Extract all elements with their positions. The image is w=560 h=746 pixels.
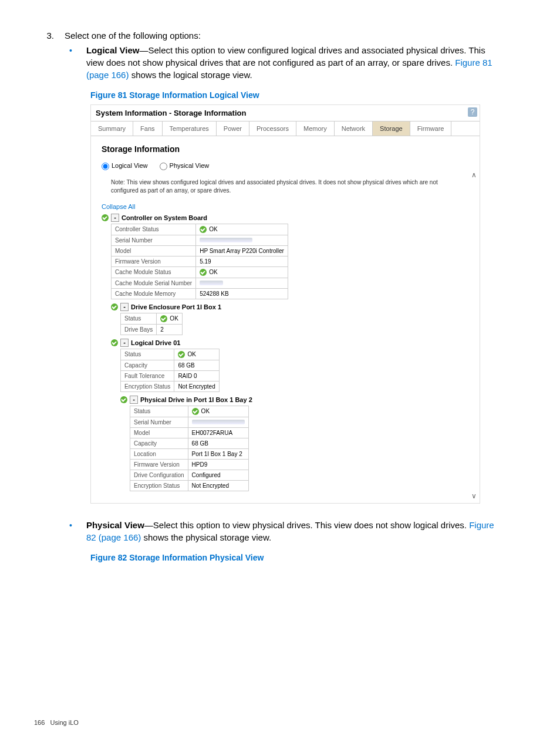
table-row: Encryption StatusNot Encrypted <box>130 480 249 491</box>
table-row: Drive Bays2 <box>121 324 183 335</box>
table-row: Serial Number <box>112 235 288 245</box>
collapse-toggle-icon[interactable]: - <box>111 214 119 222</box>
logical-drive-table: StatusOKCapacity68 GBFault ToleranceRAID… <box>120 349 220 392</box>
tab-firmware[interactable]: Firmware <box>410 121 452 136</box>
tab-memory[interactable]: Memory <box>296 121 335 136</box>
table-row: Firmware VersionHPD9 <box>130 459 249 470</box>
controller-header[interactable]: - Controller on System Board <box>102 214 469 222</box>
table-row: Cache Module Serial Number <box>112 278 288 288</box>
table-row: Serial Number <box>130 417 249 427</box>
table-row: Cache Module Memory524288 KB <box>112 288 288 299</box>
table-row: Encryption StatusNot Encrypted <box>121 381 220 391</box>
table-row: StatusOK <box>121 349 220 360</box>
collapse-toggle-icon[interactable]: - <box>120 339 129 347</box>
table-row: Fault ToleranceRAID 0 <box>121 370 220 381</box>
bullet-dot: • <box>69 44 72 81</box>
collapse-toggle-icon[interactable]: - <box>120 303 129 311</box>
table-row: Drive ConfigurationConfigured <box>130 470 249 480</box>
ok-icon <box>111 303 118 310</box>
table-row: LocationPort 1I Box 1 Bay 2 <box>130 448 249 459</box>
controller-table: Controller StatusOKSerial NumberModelHP … <box>111 224 288 299</box>
tab-fans[interactable]: Fans <box>133 121 162 136</box>
table-row: StatusOK <box>121 313 183 324</box>
table-row: ModelEH0072FARUA <box>130 427 249 438</box>
tab-summary[interactable]: Summary <box>91 121 133 136</box>
enclosure-table: StatusOKDrive Bays2 <box>120 313 183 335</box>
figure-caption: Figure 81 Storage Information Logical Vi… <box>90 90 526 100</box>
ok-icon <box>120 396 127 403</box>
page-footer: 166 Using iLO <box>34 719 79 726</box>
enclosure-header[interactable]: - Drive Enclosure Port 1I Box 1 <box>111 303 469 311</box>
ok-icon <box>102 214 109 221</box>
table-row: StatusOK <box>130 406 249 417</box>
logical-drive-header[interactable]: - Logical Drive 01 <box>111 339 469 347</box>
radio-physical[interactable]: Physical View <box>160 162 210 170</box>
tab-storage[interactable]: Storage <box>373 121 410 136</box>
table-row: ModelHP Smart Array P220i Controller <box>112 245 288 256</box>
physical-drive-table: StatusOKSerial NumberModelEH0072FARUACap… <box>130 406 249 491</box>
system-info-panel: System Information - Storage Information… <box>90 104 480 504</box>
bullet-body: Physical View—Select this option to view… <box>86 519 497 544</box>
table-row: Cache Module StatusOK <box>112 266 288 278</box>
step-number: 3. <box>34 31 65 40</box>
scroll-up-icon[interactable]: ∧ <box>469 170 478 180</box>
table-row: Capacity68 GB <box>121 360 220 370</box>
tab-power[interactable]: Power <box>217 121 249 136</box>
step-text: Select one of the following options: <box>65 31 201 40</box>
view-note: Note: This view shows configured logical… <box>111 178 463 195</box>
tab-temperatures[interactable]: Temperatures <box>163 121 217 136</box>
section-title: Storage Information <box>102 144 469 154</box>
tab-bar: SummaryFansTemperaturesPowerProcessorsMe… <box>91 121 480 136</box>
collapse-toggle-icon[interactable]: - <box>130 396 138 404</box>
bullet-title: Physical View <box>86 520 144 530</box>
figure-caption: Figure 82 Storage Information Physical V… <box>90 553 526 562</box>
table-row: Controller StatusOK <box>112 224 288 235</box>
panel-title: System Information - Storage Information <box>91 105 480 121</box>
radio-logical[interactable]: Logical View <box>102 162 148 170</box>
bullet-dot: • <box>69 519 72 544</box>
tab-network[interactable]: Network <box>335 121 373 136</box>
help-icon[interactable]: ? <box>468 107 477 117</box>
collapse-all-link[interactable]: Collapse All <box>102 203 469 210</box>
scroll-down-icon[interactable]: ∨ <box>469 491 478 501</box>
table-row: Capacity68 GB <box>130 438 249 448</box>
bullet-body: Logical View—Select this option to view … <box>86 44 497 81</box>
bullet-title: Logical View <box>86 45 140 55</box>
physical-drive-header[interactable]: - Physical Drive in Port 1I Box 1 Bay 2 <box>120 396 469 404</box>
ok-icon <box>111 339 118 346</box>
tab-processors[interactable]: Processors <box>249 121 296 136</box>
table-row: Firmware Version5.19 <box>112 256 288 266</box>
